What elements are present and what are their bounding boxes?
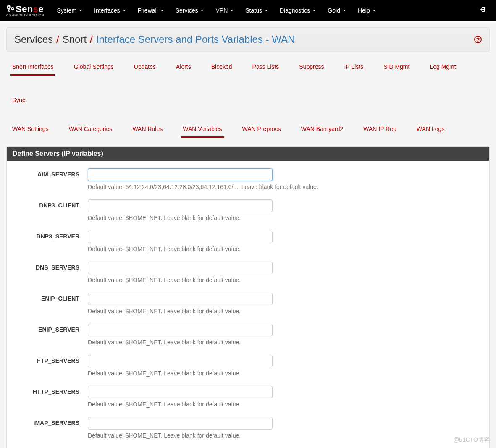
subtab-wan-ip-rep[interactable]: WAN IP Rep [362, 121, 398, 138]
panel-body: AIM_SERVERSDefault value: 64.12.24.0/23,… [7, 161, 489, 448]
field-help-text: Default value: $HOME_NET. Leave blank fo… [88, 277, 449, 283]
field-label: AIM_SERVERS [14, 168, 88, 178]
nav-interfaces[interactable]: Interfaces [94, 7, 126, 14]
field-help-text: Default value: $HOME_NET. Leave blank fo… [88, 339, 449, 346]
nav-system[interactable]: System [57, 7, 82, 14]
watermark: @51CTO博客 [453, 436, 490, 444]
chevron-down-icon [373, 10, 376, 11]
nav-firewall[interactable]: Firewall [138, 7, 164, 14]
field-label: DNP3_CLIENT [14, 199, 88, 209]
ftp-servers-input[interactable] [88, 355, 273, 367]
logout-icon [480, 7, 486, 14]
field-label: DNS_SERVERS [14, 262, 88, 271]
dns-servers-input[interactable] [88, 262, 273, 274]
imap-servers-input[interactable] [88, 417, 273, 430]
form-row: IMAP_SERVERSDefault value: $HOME_NET. Le… [7, 414, 489, 445]
field-label: ENIP_CLIENT [14, 293, 88, 302]
subtab-wan-barnyard2[interactable]: WAN Barnyard2 [299, 121, 345, 138]
field-help-text: Default value: 64.12.24.0/23,64.12.28.0/… [88, 183, 449, 190]
nav-help[interactable]: Help [358, 7, 376, 14]
chevron-down-icon [312, 10, 316, 11]
form-row: FTP_SERVERSDefault value: $HOME_NET. Lea… [7, 351, 489, 383]
tab-ip-lists[interactable]: IP Lists [343, 59, 365, 76]
breadcrumb: Services / Snort / Interface Servers and… [14, 34, 295, 45]
subtab-wan-variables[interactable]: WAN Variables [181, 121, 223, 138]
main-tabs: Snort Interfaces Global Settings Updates… [6, 59, 490, 109]
enip-client-input[interactable] [88, 293, 273, 305]
subtab-wan-settings[interactable]: WAN Settings [10, 121, 50, 138]
tab-alerts[interactable]: Alerts [174, 59, 193, 76]
breadcrumb-panel: Services / Snort / Interface Servers and… [6, 27, 490, 52]
breadcrumb-item-current[interactable]: Interface Servers and Ports Variables - … [96, 34, 295, 45]
form-row: DNS_SERVERSDefault value: $HOME_NET. Lea… [7, 258, 489, 289]
dnp3-server-input[interactable] [88, 231, 273, 243]
subtab-wan-logs[interactable]: WAN Logs [415, 121, 446, 138]
tab-sid-mgmt[interactable]: SID Mgmt [382, 59, 411, 76]
tab-blocked[interactable]: Blocked [210, 59, 234, 76]
field-label: FTP_SERVERS [14, 355, 88, 364]
http-servers-input[interactable] [88, 386, 273, 398]
nav-gold[interactable]: Gold [328, 7, 346, 14]
tab-snort-interfaces[interactable]: Snort Interfaces [10, 59, 55, 76]
field-help-text: Default value: $HOME_NET. Leave blank fo… [88, 401, 449, 408]
nav-diagnostics[interactable]: Diagnostics [280, 7, 316, 14]
form-row: AIM_SERVERSDefault value: 64.12.24.0/23,… [7, 165, 489, 196]
top-navbar: Sense COMMUNITY EDITION System Interface… [0, 0, 496, 21]
tab-suppress[interactable]: Suppress [297, 59, 325, 76]
tab-global-settings[interactable]: Global Settings [72, 59, 115, 76]
nav-status[interactable]: Status [245, 7, 268, 14]
brand-subtitle: COMMUNITY EDITION [6, 14, 44, 17]
svg-point-5 [9, 10, 10, 11]
tab-log-mgmt[interactable]: Log Mgmt [428, 59, 457, 76]
chevron-down-icon [160, 10, 164, 11]
aim-servers-input[interactable] [88, 168, 273, 181]
subtab-wan-preprocs[interactable]: WAN Preprocs [241, 121, 283, 138]
form-row: DNP3_CLIENTDefault value: $HOME_NET. Lea… [7, 196, 489, 227]
subtab-wan-categories[interactable]: WAN Categories [67, 121, 114, 138]
field-label: ENIP_SERVER [14, 324, 88, 333]
chevron-down-icon [200, 10, 204, 11]
breadcrumb-separator: / [90, 34, 93, 45]
logout-button[interactable] [476, 6, 490, 15]
tab-sync[interactable]: Sync [10, 92, 27, 109]
tab-updates[interactable]: Updates [132, 59, 157, 76]
form-row: ENIP_CLIENTDefault value: $HOME_NET. Lea… [7, 289, 489, 320]
tab-pass-lists[interactable]: Pass Lists [251, 59, 281, 76]
nav-menu: System Interfaces Firewall Services VPN … [52, 7, 476, 14]
breadcrumb-item-services[interactable]: Services [14, 34, 53, 45]
chevron-down-icon [230, 10, 234, 11]
chevron-down-icon [265, 10, 268, 11]
field-label: IMAP_SERVERS [14, 417, 88, 426]
field-help-text: Default value: $HOME_NET. Leave blank fo… [88, 308, 449, 314]
svg-point-3 [12, 8, 13, 9]
panel-title: Define Servers (IP variables) [7, 147, 489, 161]
field-label: HTTP_SERVERS [14, 386, 88, 395]
gear-cluster-icon [6, 5, 15, 13]
brand-name-suffix: e [39, 5, 44, 14]
form-row: ENIP_SERVERDefault value: $HOME_NET. Lea… [7, 320, 489, 351]
form-row: HTTP_SERVERSDefault value: $HOME_NET. Le… [7, 383, 489, 414]
field-help-text: Default value: $HOME_NET. Leave blank fo… [88, 246, 449, 252]
nav-services[interactable]: Services [176, 7, 204, 14]
brand-name-prefix: Sen [16, 5, 33, 14]
chevron-down-icon [123, 10, 126, 11]
form-row: DNP3_SERVERDefault value: $HOME_NET. Lea… [7, 227, 489, 258]
brand-name-highlight: s [33, 5, 39, 14]
enip-server-input[interactable] [88, 324, 273, 336]
brand-logo[interactable]: Sense COMMUNITY EDITION [6, 5, 44, 17]
field-help-text: Default value: $HOME_NET. Leave blank fo… [88, 432, 449, 439]
help-icon[interactable]: ? [474, 36, 482, 43]
breadcrumb-item-snort[interactable]: Snort [63, 34, 87, 45]
chevron-down-icon [343, 10, 346, 11]
form-row: MODBUS_CLIENTDefault value: $HOME_NET. L… [7, 445, 489, 448]
subtab-wan-rules[interactable]: WAN Rules [131, 121, 164, 138]
breadcrumb-separator: / [56, 34, 59, 45]
servers-panel: Define Servers (IP variables) AIM_SERVER… [6, 146, 490, 448]
dnp3-client-input[interactable] [88, 199, 273, 212]
sub-tabs: WAN Settings WAN Categories WAN Rules WA… [6, 121, 490, 138]
field-label: DNP3_SERVER [14, 231, 88, 240]
nav-vpn[interactable]: VPN [215, 7, 234, 14]
field-help-text: Default value: $HOME_NET. Leave blank fo… [88, 370, 449, 377]
field-help-text: Default value: $HOME_NET. Leave blank fo… [88, 215, 449, 221]
svg-point-1 [8, 7, 10, 8]
